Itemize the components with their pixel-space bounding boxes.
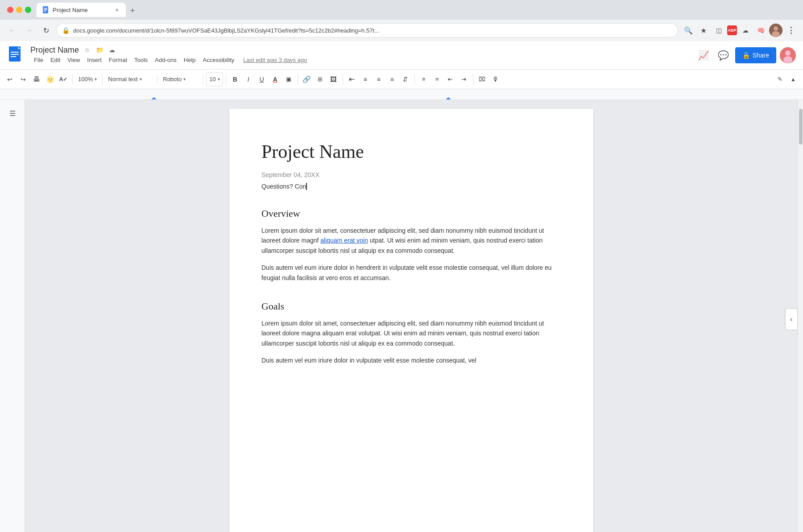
line-spacing-button[interactable]: ⇵ — [399, 72, 412, 87]
collapse-toolbar-button[interactable]: ▲ — [787, 72, 799, 87]
scrollbar-thumb[interactable] — [799, 109, 803, 144]
overview-p1-link[interactable]: aliquam erat voin — [320, 237, 368, 244]
style-arrow: ▾ — [140, 77, 142, 82]
undo-button[interactable]: ↩ — [4, 72, 16, 87]
search-icon[interactable]: 🔍 — [682, 24, 695, 37]
docs-app: Project Name ☆ 📁 ☁ File Edit View Insert… — [0, 41, 803, 532]
goals-paragraph-1: Lorem ipsum dolor sit amet, consectetuer… — [261, 318, 561, 348]
extensions-icon[interactable]: 🧠 — [754, 24, 767, 37]
menu-file[interactable]: File — [30, 55, 47, 65]
minimize-button[interactable] — [16, 7, 22, 13]
toolbar-sep-2 — [102, 74, 103, 85]
docs-title-area: Project Name ☆ 📁 ☁ File Edit View Insert… — [30, 45, 691, 65]
bulleted-list-button[interactable]: ≡ — [431, 72, 443, 87]
menu-insert[interactable]: Insert — [83, 55, 105, 65]
font-selector[interactable]: Roboto ▾ — [160, 72, 200, 87]
address-bar[interactable]: 🔒 docs.google.com/document/d/1olcn-5f897… — [56, 23, 678, 37]
outline-icon[interactable]: ☰ — [4, 105, 21, 121]
ruler — [0, 89, 803, 100]
menu-help[interactable]: Help — [180, 55, 199, 65]
browser-profile-avatar[interactable] — [769, 24, 782, 37]
scrollbar-track[interactable] — [798, 100, 803, 532]
navigation-bar: ← → ↻ 🔒 docs.google.com/document/d/1olcn… — [0, 20, 803, 41]
docs-title-row: Project Name ☆ 📁 ☁ — [30, 45, 691, 55]
voice-input-button[interactable]: 🎙 — [489, 72, 502, 87]
doc-file-title[interactable]: Project Name — [30, 45, 79, 55]
menu-format[interactable]: Format — [105, 55, 131, 65]
redo-button[interactable]: ↪ — [17, 72, 29, 87]
text-color-button[interactable]: A — [269, 72, 281, 87]
svg-rect-1 — [44, 8, 47, 9]
overview-paragraph-2: Duis autem vel eum iriure dolor in hendr… — [261, 263, 561, 283]
insert-table-button[interactable]: ⊞ — [314, 72, 327, 87]
browser-tab-active[interactable]: Project Name ✕ — [37, 3, 126, 17]
spell-check-button[interactable]: A✓ — [57, 72, 70, 87]
tab-close-button[interactable]: ✕ — [113, 6, 120, 13]
folder-icon[interactable]: 📁 — [95, 45, 104, 54]
star-icon[interactable]: ☆ — [83, 45, 91, 54]
menu-addons[interactable]: Add-ons — [151, 55, 180, 65]
vertical-scrollbar[interactable] — [798, 100, 803, 532]
clear-format-button[interactable]: ⌧ — [476, 72, 488, 87]
menu-tools[interactable]: Tools — [131, 55, 151, 65]
align-right-button[interactable]: ≡ — [373, 72, 385, 87]
more-options-icon[interactable]: ⋮ — [784, 24, 798, 37]
svg-rect-3 — [44, 11, 46, 12]
align-justify-button[interactable]: ≡ — [386, 72, 398, 87]
refresh-button[interactable]: ↻ — [39, 24, 53, 37]
maximize-button[interactable] — [25, 7, 31, 13]
share-label: Share — [753, 52, 769, 59]
toolbar-sep-6 — [298, 74, 298, 85]
link-button[interactable]: 🔗 — [301, 72, 313, 87]
italic-button[interactable]: I — [242, 72, 255, 87]
close-button[interactable] — [7, 7, 13, 13]
goals-heading[interactable]: Goals — [261, 301, 561, 312]
adblock-plus-icon[interactable]: ABP — [727, 25, 737, 35]
increase-indent-button[interactable]: ⇥ — [458, 72, 470, 87]
new-tab-button[interactable]: + — [126, 4, 139, 17]
bold-button[interactable]: B — [229, 72, 241, 87]
print-button[interactable]: 🖶 — [30, 72, 43, 87]
font-size-selector[interactable]: 10 ▾ — [206, 72, 223, 87]
tab-title: Project Name — [53, 7, 110, 13]
zoom-selector[interactable]: 100% ▾ — [75, 72, 99, 87]
collapse-right-panel-button[interactable]: ‹ — [785, 309, 798, 330]
doc-contact[interactable]: Questions? Con — [261, 183, 561, 190]
menu-view[interactable]: View — [64, 55, 83, 65]
paint-format-button[interactable]: 🌝 — [44, 72, 56, 87]
text-cursor — [306, 183, 307, 190]
menu-edit[interactable]: Edit — [47, 55, 64, 65]
share-lock-icon: 🔒 — [742, 52, 750, 59]
comments-icon[interactable]: 💬 — [716, 47, 732, 63]
align-left-button[interactable]: ⇤ — [346, 72, 358, 87]
underline-button[interactable]: U — [256, 72, 268, 87]
overview-heading[interactable]: Overview — [261, 208, 561, 219]
cloud-icon[interactable]: ☁ — [739, 24, 752, 37]
toolbar-sep-8 — [414, 74, 415, 85]
editing-mode-button[interactable]: ✎ — [774, 72, 786, 87]
forward-button[interactable]: → — [22, 24, 36, 37]
bookmark-star-icon[interactable]: ★ — [697, 24, 710, 37]
svg-point-14 — [785, 50, 791, 56]
decrease-indent-button[interactable]: ⇤ — [444, 72, 457, 87]
style-selector[interactable]: Normal text ▾ — [105, 72, 154, 87]
cloud-status-icon[interactable]: ☁ — [108, 45, 116, 54]
user-avatar[interactable] — [780, 47, 796, 63]
align-center-button[interactable]: ≡ — [359, 72, 372, 87]
trending-icon[interactable]: 📈 — [696, 47, 712, 63]
toolbar-sep-3 — [157, 74, 157, 85]
numbered-list-button[interactable]: ≡ — [418, 72, 430, 87]
share-button[interactable]: 🔒 Share — [735, 47, 776, 63]
last-edit-status[interactable]: Last edit was 3 days ago — [243, 57, 307, 63]
insert-image-button[interactable]: 🖼 — [327, 72, 340, 87]
goals-paragraph-2: Duis autem vel eum iriure dolor in vulpu… — [261, 355, 561, 365]
back-button[interactable]: ← — [5, 24, 19, 37]
doc-main-title[interactable]: Project Name — [261, 141, 561, 162]
svg-rect-16 — [0, 89, 803, 99]
docs-tab-icon — [42, 6, 49, 13]
highlight-button[interactable]: ▣ — [282, 72, 295, 87]
doc-scroll-area[interactable]: Project Name September 04, 20XX Question… — [25, 100, 798, 532]
doc-date[interactable]: September 04, 20XX — [261, 171, 561, 178]
cast-icon[interactable]: ◫ — [712, 24, 725, 37]
menu-accessibility[interactable]: Accessibility — [199, 55, 238, 65]
